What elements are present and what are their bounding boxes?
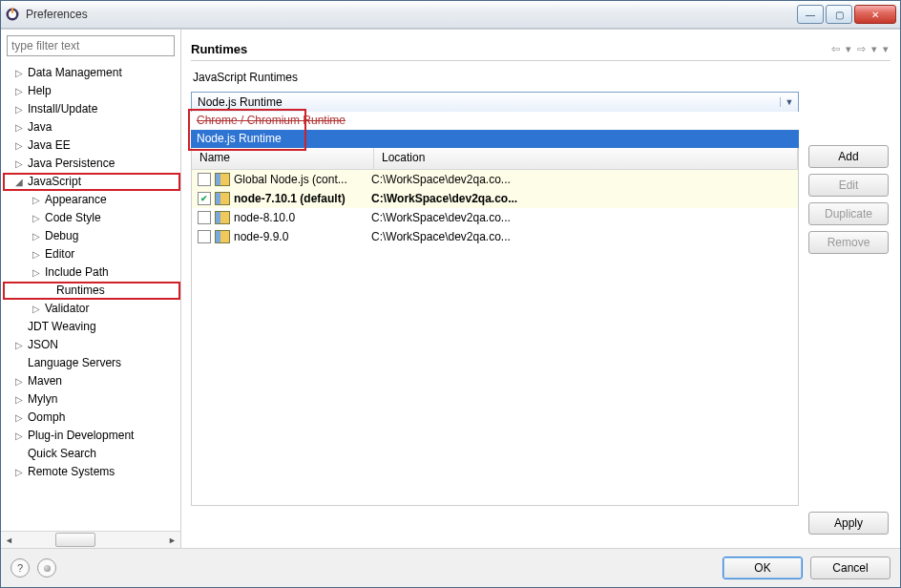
duplicate-button[interactable]: Duplicate [808, 202, 889, 225]
table-header: Name Location [192, 148, 798, 170]
left-pane: ▷Data Management ▷Help ▷Install/Update ▷… [1, 30, 181, 548]
header-nav: ⇦ ▾ ⇨ ▾ ▾ [829, 43, 891, 55]
table-row[interactable]: node-9.9.0C:\WorkSpace\dev2qa.co... [192, 227, 798, 246]
tree-item-help[interactable]: ▷Help [3, 82, 180, 100]
filter-box [7, 35, 175, 56]
tree-item-java-persistence[interactable]: ▷Java Persistence [3, 155, 180, 173]
tree-item-debug[interactable]: ▷Debug [3, 227, 180, 245]
tree-item-remote-systems[interactable]: ▷Remote Systems [3, 463, 180, 481]
tree-item-language-servers[interactable]: Language Servers [3, 354, 180, 372]
table-row[interactable]: node-8.10.0C:\WorkSpace\dev2qa.co... [192, 208, 798, 227]
back-arrow-icon[interactable]: ⇦ [829, 43, 842, 55]
menu-chevron-icon[interactable]: ▾ [881, 43, 891, 55]
table-row[interactable]: ✔node-7.10.1 (default)C:\WorkSpace\dev2q… [192, 189, 798, 208]
row-checkbox[interactable] [198, 211, 211, 224]
scroll-left-arrow-icon[interactable]: ◄ [1, 532, 17, 548]
row-checkbox[interactable] [198, 230, 211, 243]
chevron-down-icon: ▼ [780, 97, 798, 107]
tree-item-include-path[interactable]: ▷Include Path [3, 263, 180, 282]
minimize-button[interactable]: ― [797, 5, 824, 24]
table-body: Global Node.js (cont...C:\WorkSpace\dev2… [192, 170, 798, 246]
tree-item-jdt-weaving[interactable]: JDT Weaving [3, 318, 180, 336]
dropdown-value: Node.js Runtime [192, 95, 780, 109]
runtime-icon [215, 230, 230, 243]
tree-item-json[interactable]: ▷JSON [3, 336, 180, 354]
right-pane: Runtimes ⇦ ▾ ⇨ ▾ ▾ JavaScript Runtimes N… [181, 30, 900, 548]
tree-item-install-update[interactable]: ▷Install/Update [3, 100, 180, 118]
column-header-name[interactable]: Name [192, 148, 374, 169]
runtime-icon [215, 173, 230, 186]
tree-item-code-style[interactable]: ▷Code Style [3, 209, 180, 227]
row-name: node-9.9.0 [234, 230, 288, 243]
tree-item-runtimes[interactable]: Runtimes [3, 282, 180, 300]
row-name: Global Node.js (cont... [234, 173, 347, 186]
preferences-window: Preferences ― ▢ ✕ ▷Data Management ▷Help… [0, 0, 901, 588]
row-name: node-7.10.1 (default) [234, 192, 346, 205]
maximize-button[interactable]: ▢ [826, 5, 852, 24]
chevron-down-icon[interactable]: ▾ [870, 43, 879, 55]
dialog-footer: ? OK Cancel [1, 548, 900, 587]
close-button[interactable]: ✕ [854, 5, 896, 24]
chevron-down-icon[interactable]: ▾ [844, 43, 853, 55]
tree-item-javascript[interactable]: ◢JavaScript [3, 173, 180, 191]
help-icon[interactable]: ? [10, 558, 30, 578]
scroll-right-arrow-icon[interactable]: ► [164, 532, 180, 548]
runtimes-table: Name Location Global Node.js (cont...C:\… [191, 147, 799, 506]
ok-button[interactable]: OK [723, 556, 803, 579]
add-button[interactable]: Add [808, 145, 889, 168]
tree-item-quick-search[interactable]: Quick Search [3, 445, 180, 463]
tree-item-java[interactable]: ▷Java [3, 118, 180, 136]
forward-arrow-icon[interactable]: ⇨ [855, 43, 868, 55]
filter-input[interactable] [7, 35, 175, 56]
side-buttons: Add Edit Duplicate Remove [808, 92, 891, 506]
app-icon [5, 7, 20, 22]
progress-icon[interactable] [37, 558, 56, 578]
dropdown-list: Chrome / Chromium Runtime Node.js Runtim… [191, 112, 799, 148]
row-location: C:\WorkSpace\dev2qa.co... [364, 230, 798, 243]
row-checkbox[interactable] [198, 173, 211, 186]
column-header-location[interactable]: Location [374, 148, 798, 169]
svg-rect-2 [11, 8, 13, 13]
row-location: C:\WorkSpace\dev2qa.co... [364, 211, 798, 224]
window-title: Preferences [26, 8, 88, 21]
runtime-icon [215, 211, 230, 224]
apply-button[interactable]: Apply [808, 512, 889, 535]
dialog-body: ▷Data Management ▷Help ▷Install/Update ▷… [1, 29, 900, 548]
tree-item-editor[interactable]: ▷Editor [3, 245, 180, 263]
titlebar: Preferences ― ▢ ✕ [1, 1, 900, 29]
tree-item-java-ee[interactable]: ▷Java EE [3, 136, 180, 155]
cancel-button[interactable]: Cancel [810, 556, 891, 579]
tree-item-plugin-development[interactable]: ▷Plug-in Development [3, 427, 180, 445]
preferences-tree[interactable]: ▷Data Management ▷Help ▷Install/Update ▷… [1, 62, 180, 531]
scroll-thumb[interactable] [55, 533, 95, 547]
tree-item-mylyn[interactable]: ▷Mylyn [3, 390, 180, 409]
tree-item-validator[interactable]: ▷Validator [3, 300, 180, 318]
runtime-type-dropdown[interactable]: Node.js Runtime ▼ [191, 92, 799, 113]
tree-horizontal-scrollbar[interactable]: ◄ ► [1, 531, 180, 548]
tree-item-oomph[interactable]: ▷Oomph [3, 409, 180, 427]
page-subtitle: JavaScript Runtimes [193, 71, 891, 84]
tree-item-appearance[interactable]: ▷Appearance [3, 191, 180, 209]
dropdown-option-node[interactable]: Node.js Runtime [191, 130, 799, 148]
page-header: Runtimes ⇦ ▾ ⇨ ▾ ▾ [191, 37, 891, 61]
row-location: C:\WorkSpace\dev2qa.co... [364, 173, 798, 186]
row-checkbox[interactable]: ✔ [198, 192, 211, 205]
dropdown-option-chrome[interactable]: Chrome / Chromium Runtime [191, 112, 799, 130]
tree-item-maven[interactable]: ▷Maven [3, 372, 180, 390]
remove-button[interactable]: Remove [808, 231, 889, 254]
tree-item-data-management[interactable]: ▷Data Management [3, 64, 180, 82]
row-location: C:\WorkSpace\dev2qa.co... [364, 192, 798, 205]
runtime-icon [215, 192, 230, 205]
edit-button[interactable]: Edit [808, 174, 889, 197]
table-row[interactable]: Global Node.js (cont...C:\WorkSpace\dev2… [192, 170, 798, 189]
window-controls: ― ▢ ✕ [797, 5, 896, 24]
page-title: Runtimes [191, 42, 829, 56]
row-name: node-8.10.0 [234, 211, 295, 224]
